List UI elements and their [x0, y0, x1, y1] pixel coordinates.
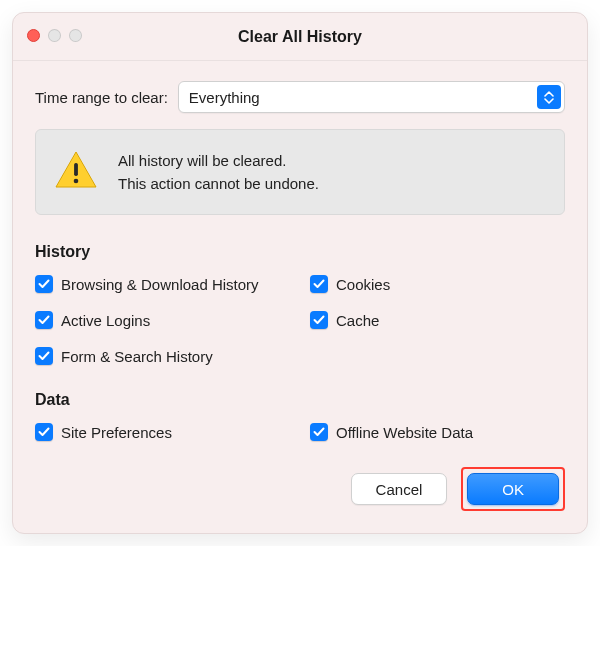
titlebar: Clear All History	[13, 13, 587, 61]
dialog-window: Clear All History Time range to clear: E…	[12, 12, 588, 534]
svg-rect-0	[74, 163, 78, 176]
checkbox-label: Active Logins	[61, 312, 150, 329]
warning-line-1: All history will be cleared.	[118, 152, 319, 169]
checkbox-row-form-search: Form & Search History	[35, 347, 290, 365]
checkbox-offline-website-data[interactable]	[310, 423, 328, 441]
checkbox-cookies[interactable]	[310, 275, 328, 293]
ok-button-highlight: OK	[461, 467, 565, 511]
time-range-label: Time range to clear:	[35, 89, 168, 106]
window-title: Clear All History	[238, 28, 362, 46]
svg-point-1	[74, 179, 79, 184]
checkbox-row-browsing: Browsing & Download History	[35, 275, 290, 293]
checkbox-row-offline-data: Offline Website Data	[310, 423, 565, 441]
checkbox-label: Browsing & Download History	[61, 276, 259, 293]
checkbox-browsing-history[interactable]	[35, 275, 53, 293]
history-section: History Browsing & Download History Cook…	[35, 243, 565, 365]
minimize-window-button[interactable]	[48, 29, 61, 42]
history-grid: Browsing & Download History Cookies Acti…	[35, 275, 565, 365]
warning-icon	[54, 150, 98, 194]
checkbox-form-search-history[interactable]	[35, 347, 53, 365]
checkbox-label: Cache	[336, 312, 379, 329]
warning-text: All history will be cleared. This action…	[118, 152, 319, 192]
checkbox-site-preferences[interactable]	[35, 423, 53, 441]
warning-box: All history will be cleared. This action…	[35, 129, 565, 215]
checkbox-row-cookies: Cookies	[310, 275, 565, 293]
dialog-footer: Cancel OK	[35, 467, 565, 511]
cancel-button[interactable]: Cancel	[351, 473, 448, 505]
dialog-content: Time range to clear: Everything	[13, 61, 587, 533]
maximize-window-button[interactable]	[69, 29, 82, 42]
checkbox-label: Cookies	[336, 276, 390, 293]
close-window-button[interactable]	[27, 29, 40, 42]
ok-button[interactable]: OK	[467, 473, 559, 505]
checkbox-row-active-logins: Active Logins	[35, 311, 290, 329]
checkbox-cache[interactable]	[310, 311, 328, 329]
checkbox-active-logins[interactable]	[35, 311, 53, 329]
history-section-title: History	[35, 243, 565, 261]
data-section-title: Data	[35, 391, 565, 409]
time-range-select[interactable]: Everything	[178, 81, 565, 113]
checkbox-label: Offline Website Data	[336, 424, 473, 441]
warning-line-2: This action cannot be undone.	[118, 175, 319, 192]
time-range-row: Time range to clear: Everything	[35, 81, 565, 113]
data-section: Data Site Preferences Offline Website Da…	[35, 391, 565, 441]
checkbox-row-cache: Cache	[310, 311, 565, 329]
checkbox-row-site-prefs: Site Preferences	[35, 423, 290, 441]
checkbox-label: Form & Search History	[61, 348, 213, 365]
checkbox-label: Site Preferences	[61, 424, 172, 441]
traffic-lights	[27, 29, 82, 42]
data-grid: Site Preferences Offline Website Data	[35, 423, 565, 441]
time-range-select-wrap: Everything	[178, 81, 565, 113]
